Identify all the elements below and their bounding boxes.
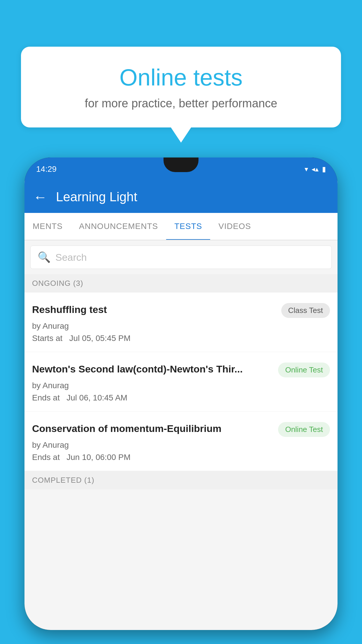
completed-section-header: COMPLETED (1) (24, 471, 338, 489)
test-badge-reshuffling: Class Test (281, 303, 330, 318)
test-item-row: Reshuffling test Class Test (32, 303, 330, 318)
bubble-title: Online tests (44, 64, 318, 91)
test-item-conservation[interactable]: Conservation of momentum-Equilibrium Onl… (24, 412, 338, 471)
bubble-subtitle: for more practice, better performance (44, 97, 318, 110)
search-icon: 🔍 (38, 251, 51, 263)
test-name-reshuffling: Reshuffling test (32, 303, 275, 316)
status-bar: 14:29 ▾ ◂▴ ▮ (24, 158, 338, 181)
speech-bubble: Online tests for more practice, better p… (21, 47, 341, 127)
ongoing-section-header: ONGOING (3) (24, 274, 338, 293)
search-bar[interactable]: 🔍 Search (30, 246, 332, 269)
tab-videos[interactable]: VIDEOS (210, 213, 259, 240)
search-placeholder: Search (55, 252, 87, 263)
app-header-title: Learning Light (56, 190, 137, 204)
test-item-row-newtons: Newton's Second law(contd)-Newton's Thir… (32, 363, 330, 377)
test-by-conservation: by Anurag (32, 440, 330, 450)
signal-icon: ◂▴ (312, 165, 319, 173)
tab-announcements[interactable]: ANNOUNCEMENTS (71, 213, 166, 240)
tab-ments[interactable]: MENTS (24, 213, 71, 240)
phone-frame: 14:29 ▾ ◂▴ ▮ ← Learning Light MENTS ANNO… (24, 158, 338, 630)
battery-icon: ▮ (322, 165, 326, 173)
back-button[interactable]: ← (33, 189, 47, 205)
phone-notch (164, 158, 198, 172)
test-badge-conservation: Online Test (278, 422, 330, 437)
test-badge-newtons: Online Test (278, 363, 330, 377)
tab-tests[interactable]: TESTS (166, 213, 210, 240)
status-time: 14:29 (36, 164, 57, 174)
tabs-container: MENTS ANNOUNCEMENTS TESTS VIDEOS (24, 213, 338, 240)
wifi-icon: ▾ (305, 165, 308, 173)
test-item-newtons[interactable]: Newton's Second law(contd)-Newton's Thir… (24, 352, 338, 412)
test-item-row-conservation: Conservation of momentum-Equilibrium Onl… (32, 422, 330, 437)
test-name-newtons: Newton's Second law(contd)-Newton's Thir… (32, 363, 272, 375)
test-by-reshuffling: by Anurag (32, 321, 330, 331)
status-icons: ▾ ◂▴ ▮ (305, 165, 326, 173)
test-time-reshuffling: Starts at Jul 05, 05:45 PM (32, 334, 330, 343)
test-item-reshuffling[interactable]: Reshuffling test Class Test by Anurag St… (24, 293, 338, 352)
test-by-newtons: by Anurag (32, 381, 330, 390)
app-header: ← Learning Light (24, 181, 338, 213)
test-name-conservation: Conservation of momentum-Equilibrium (32, 422, 272, 435)
test-time-newtons: Ends at Jul 06, 10:45 AM (32, 393, 330, 402)
test-time-conservation: Ends at Jun 10, 06:00 PM (32, 453, 330, 462)
phone-screen: ← Learning Light MENTS ANNOUNCEMENTS TES… (24, 181, 338, 630)
search-container: 🔍 Search (24, 240, 338, 274)
speech-bubble-container: Online tests for more practice, better p… (21, 47, 341, 127)
